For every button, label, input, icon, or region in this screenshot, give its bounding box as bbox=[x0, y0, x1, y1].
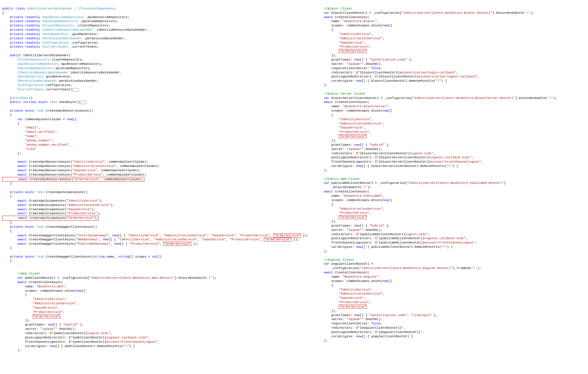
highlighted-line: await CreateApiResourceAsync("OrderServi… bbox=[2, 177, 144, 182]
collapsed-region-icon[interactable]: ... bbox=[80, 101, 86, 104]
collapsed-region-icon[interactable]: ... bbox=[72, 88, 79, 91]
highlighted-token: "OrderService" bbox=[339, 49, 366, 53]
highlighted-token: "OrderService" bbox=[339, 215, 366, 219]
highlighted-token: "OrderService" bbox=[339, 134, 366, 138]
code-left-panel: public class IdentityServerDataSeeder : … bbox=[2, 2, 309, 352]
highlighted-token: "OrderService" bbox=[33, 314, 60, 318]
highlighted-line: await CreateApiScopeAsync("OrderService"… bbox=[2, 216, 99, 221]
highlighted-token: "OrderService" bbox=[163, 242, 191, 246]
highlighted-token: "OrderService" bbox=[273, 233, 301, 237]
highlighted-token: "OrderService" bbox=[339, 305, 366, 309]
highlighted-token: "OrderService" bbox=[264, 237, 291, 241]
code-right-panel: //Blazor Client var blazorClientRootUrl … bbox=[309, 2, 586, 352]
